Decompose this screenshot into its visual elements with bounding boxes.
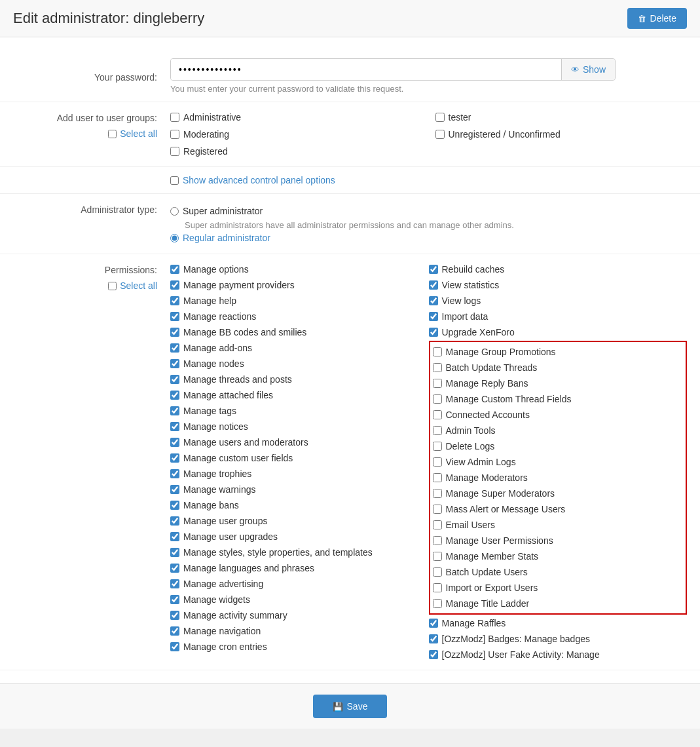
perm-label-view-statistics[interactable]: View statistics bbox=[442, 280, 500, 290]
perm-checkbox-manage-custom-thread-fields[interactable] bbox=[433, 394, 442, 404]
perm-label-ozzmodz-fake-activity[interactable]: [OzzModz] User Fake Activity: Manage bbox=[442, 649, 600, 660]
perm-checkbox-manage-styles[interactable] bbox=[170, 548, 179, 557]
group-label-moderating[interactable]: Moderating bbox=[183, 129, 229, 140]
perm-label-manage-styles[interactable]: Manage styles, style properties, and tem… bbox=[183, 547, 373, 558]
perm-checkbox-manage-title-ladder[interactable] bbox=[433, 599, 442, 608]
perm-label-manage-reply-bans[interactable]: Manage Reply Bans bbox=[446, 378, 528, 389]
perm-checkbox-manage-trophies[interactable] bbox=[170, 469, 179, 478]
perm-checkbox-manage-attached-files[interactable] bbox=[170, 391, 179, 400]
perm-label-manage-payment-providers[interactable]: Manage payment providers bbox=[183, 280, 295, 290]
perm-checkbox-manage-user-permissions[interactable] bbox=[433, 536, 442, 545]
perm-checkbox-batch-update-users[interactable] bbox=[433, 567, 442, 577]
perm-checkbox-manage-user-groups[interactable] bbox=[170, 516, 179, 526]
user-groups-select-all-label[interactable]: Select all bbox=[120, 128, 157, 139]
perm-checkbox-manage-languages[interactable] bbox=[170, 564, 179, 573]
perm-label-import-data[interactable]: Import data bbox=[442, 311, 488, 322]
perm-label-manage-languages[interactable]: Manage languages and phrases bbox=[183, 563, 314, 573]
perm-checkbox-manage-users-moderators[interactable] bbox=[170, 438, 179, 447]
perm-label-view-admin-logs[interactable]: View Admin Logs bbox=[446, 457, 516, 467]
perm-checkbox-ozzmodz-fake-activity[interactable] bbox=[429, 650, 438, 659]
group-checkbox-unregistered[interactable] bbox=[435, 130, 445, 139]
perm-label-manage-bb-codes[interactable]: Manage BB codes and smilies bbox=[183, 327, 306, 337]
radio-super-admin[interactable] bbox=[170, 207, 179, 216]
perm-label-manage-title-ladder[interactable]: Manage Title Ladder bbox=[446, 598, 530, 609]
show-password-button[interactable]: Show bbox=[561, 59, 615, 80]
perm-checkbox-view-logs[interactable] bbox=[429, 296, 438, 305]
perm-checkbox-mass-alert-message-users[interactable] bbox=[433, 505, 442, 514]
perm-checkbox-manage-bans[interactable] bbox=[170, 501, 179, 510]
perm-label-manage-widgets[interactable]: Manage widgets bbox=[183, 594, 250, 605]
perm-checkbox-manage-payment-providers[interactable] bbox=[170, 280, 179, 290]
perm-checkbox-ozzmodz-badges[interactable] bbox=[429, 634, 438, 643]
perm-checkbox-email-users[interactable] bbox=[433, 520, 442, 529]
perm-label-connected-accounts[interactable]: Connected Accounts bbox=[446, 410, 530, 420]
perm-label-manage-options[interactable]: Manage options bbox=[183, 264, 249, 275]
user-groups-select-all-checkbox[interactable] bbox=[108, 130, 117, 138]
perm-label-manage-users-moderators[interactable]: Manage users and moderators bbox=[183, 437, 308, 448]
perm-checkbox-manage-bb-codes[interactable] bbox=[170, 328, 179, 337]
perm-label-manage-user-permissions[interactable]: Manage User Permissions bbox=[446, 535, 553, 546]
perm-checkbox-import-data[interactable] bbox=[429, 312, 438, 321]
group-label-registered[interactable]: Registered bbox=[183, 146, 228, 157]
permissions-select-all-label[interactable]: Select all bbox=[120, 280, 157, 291]
perm-checkbox-manage-user-upgrades[interactable] bbox=[170, 532, 179, 541]
perm-label-import-export-users[interactable]: Import or Export Users bbox=[446, 583, 538, 593]
perm-label-batch-update-users[interactable]: Batch Update Users bbox=[446, 567, 528, 577]
perm-checkbox-manage-moderators[interactable] bbox=[433, 473, 442, 482]
perm-checkbox-manage-custom-user-fields[interactable] bbox=[170, 453, 179, 463]
password-input[interactable] bbox=[171, 59, 561, 80]
group-label-administrative[interactable]: Administrative bbox=[183, 112, 241, 123]
radio-regular-admin[interactable] bbox=[170, 234, 179, 242]
perm-checkbox-manage-raffles[interactable] bbox=[429, 619, 438, 628]
perm-checkbox-manage-threads-posts[interactable] bbox=[170, 375, 179, 384]
perm-checkbox-manage-reply-bans[interactable] bbox=[433, 379, 442, 388]
perm-label-manage-moderators[interactable]: Manage Moderators bbox=[446, 472, 528, 483]
perm-label-admin-tools[interactable]: Admin Tools bbox=[446, 425, 496, 436]
perm-checkbox-import-export-users[interactable] bbox=[433, 583, 442, 592]
perm-label-manage-trophies[interactable]: Manage trophies bbox=[183, 469, 251, 479]
perm-label-manage-user-upgrades[interactable]: Manage user upgrades bbox=[183, 531, 278, 542]
perm-label-view-logs[interactable]: View logs bbox=[442, 296, 481, 306]
perm-checkbox-manage-help[interactable] bbox=[170, 296, 179, 305]
perm-label-mass-alert-message-users[interactable]: Mass Alert or Message Users bbox=[446, 504, 566, 514]
radio-super-admin-label[interactable]: Super administrator bbox=[183, 206, 263, 216]
group-checkbox-tester[interactable] bbox=[435, 113, 445, 122]
radio-regular-admin-label[interactable]: Regular administrator bbox=[183, 233, 270, 243]
perm-label-manage-bans[interactable]: Manage bans bbox=[183, 500, 239, 510]
perm-label-batch-update-threads[interactable]: Batch Update Threads bbox=[446, 362, 538, 373]
advanced-option-label[interactable]: Show advanced control panel options bbox=[183, 175, 335, 185]
save-button[interactable]: Save bbox=[313, 695, 388, 718]
perm-checkbox-connected-accounts[interactable] bbox=[433, 410, 442, 419]
permissions-select-all-checkbox[interactable] bbox=[108, 282, 117, 290]
perm-label-manage-add-ons[interactable]: Manage add-ons bbox=[183, 343, 252, 353]
group-label-tester[interactable]: tester bbox=[449, 112, 471, 123]
group-label-unregistered[interactable]: Unregistered / Unconfirmed bbox=[449, 129, 561, 140]
advanced-option-checkbox[interactable] bbox=[170, 176, 179, 185]
perm-label-manage-attached-files[interactable]: Manage attached files bbox=[183, 390, 273, 400]
perm-checkbox-upgrade-xenforo[interactable] bbox=[429, 328, 438, 337]
perm-checkbox-manage-add-ons[interactable] bbox=[170, 343, 179, 353]
perm-checkbox-delete-logs[interactable] bbox=[433, 442, 442, 451]
perm-label-manage-reactions[interactable]: Manage reactions bbox=[183, 311, 256, 322]
perm-checkbox-rebuild-caches[interactable] bbox=[429, 265, 438, 274]
perm-checkbox-manage-tags[interactable] bbox=[170, 406, 179, 415]
perm-label-manage-help[interactable]: Manage help bbox=[183, 296, 236, 306]
perm-checkbox-manage-reactions[interactable] bbox=[170, 312, 179, 321]
perm-checkbox-manage-advertising[interactable] bbox=[170, 579, 179, 588]
group-checkbox-moderating[interactable] bbox=[170, 130, 179, 139]
perm-label-ozzmodz-badges[interactable]: [OzzModz] Badges: Manage badges bbox=[442, 634, 590, 644]
perm-checkbox-admin-tools[interactable] bbox=[433, 426, 442, 435]
perm-checkbox-manage-navigation[interactable] bbox=[170, 626, 179, 636]
perm-label-manage-notices[interactable]: Manage notices bbox=[183, 421, 248, 432]
perm-label-upgrade-xenforo[interactable]: Upgrade XenForo bbox=[442, 327, 515, 337]
perm-label-manage-super-moderators[interactable]: Manage Super Moderators bbox=[446, 488, 555, 499]
perm-label-manage-warnings[interactable]: Manage warnings bbox=[183, 484, 256, 495]
perm-label-manage-activity-summary[interactable]: Manage activity summary bbox=[183, 610, 287, 621]
perm-checkbox-manage-activity-summary[interactable] bbox=[170, 611, 179, 620]
perm-label-manage-custom-user-fields[interactable]: Manage custom user fields bbox=[183, 453, 293, 463]
perm-label-manage-group-promotions[interactable]: Manage Group Promotions bbox=[446, 347, 556, 357]
perm-label-manage-member-stats[interactable]: Manage Member Stats bbox=[446, 551, 539, 562]
perm-checkbox-view-statistics[interactable] bbox=[429, 280, 438, 290]
perm-checkbox-batch-update-threads[interactable] bbox=[433, 363, 442, 372]
perm-checkbox-manage-member-stats[interactable] bbox=[433, 552, 442, 561]
